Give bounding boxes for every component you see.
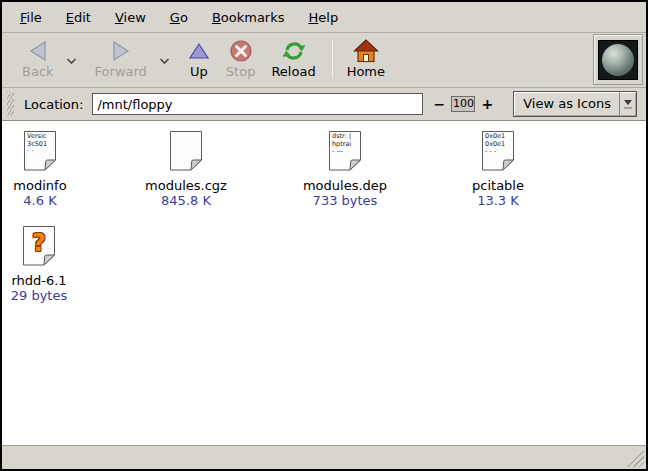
forward-history-dropdown[interactable] [159,53,170,68]
file-name: rhdd-6.1 [0,273,109,288]
file-name: modinfo [0,178,110,193]
throbber-sphere-icon [602,44,634,76]
file-name: pcitable [428,178,568,193]
reload-icon [281,37,307,64]
home-button[interactable]: Home [343,37,389,80]
zoom-level-display: 100 [451,96,475,112]
home-label: Home [347,64,385,80]
forward-button[interactable]: Forward [91,37,151,80]
back-history-dropdown[interactable] [66,53,77,68]
file-name: modules.cgz [116,178,256,193]
file-item-modules-cgz[interactable]: modules.cgz 845.8 K [116,130,256,208]
menu-view[interactable]: View [103,4,158,31]
menu-help[interactable]: Help [297,4,351,31]
file-manager-window: File Edit View Go Bookmarks Help Back Fo… [0,0,648,471]
file-preview: Versic3c501· · [27,133,53,156]
menu-bookmarks[interactable]: Bookmarks [200,4,297,31]
location-label: Location: [24,97,83,112]
file-item-pcitable[interactable]: 0x0e10x0e1- - - pcitable 13.3 K [428,130,568,208]
chevron-down-icon [66,58,77,65]
back-label: Back [22,64,54,80]
view-mode-arrow-box [619,92,636,116]
up-icon [188,37,210,64]
resize-grip-icon[interactable] [627,450,644,467]
file-item-modules-dep[interactable]: dstr: |hptrai- --- modules.dep 733 bytes [275,130,415,208]
document-icon: dstr: |hptrai- --- [328,130,362,171]
file-name: modules.dep [275,178,415,193]
throbber-frame [593,34,643,85]
file-preview: dstr: |hptrai- --- [332,133,358,156]
zoom-in-button[interactable]: + [477,96,497,112]
file-item-rhdd[interactable]: ? rhdd-6.1 29 bytes [0,225,109,303]
file-view: Versic3c501· · modinfo 4.6 K modules.cgz… [2,121,646,446]
stop-icon [229,37,253,64]
toolbar-separator [332,40,333,78]
stop-button[interactable]: Stop [222,37,260,80]
option-menu-bar-icon [624,107,632,109]
unknown-document-icon: ? [22,225,56,266]
menu-file[interactable]: File [8,4,54,31]
menubar: File Edit View Go Bookmarks Help [2,2,646,33]
reload-button[interactable]: Reload [267,37,319,80]
menu-edit[interactable]: Edit [54,4,103,31]
status-bar [2,446,646,469]
chevron-down-icon [624,100,632,105]
menu-go[interactable]: Go [158,4,200,31]
reload-label: Reload [271,64,315,80]
file-item-modinfo[interactable]: Versic3c501· · modinfo 4.6 K [0,130,110,208]
file-size: 845.8 K [116,193,256,208]
location-bar: Location: − 100 + View as Icons [2,88,646,121]
view-mode-select[interactable]: View as Icons [513,91,637,117]
question-mark-icon: ? [22,229,56,257]
back-icon [26,37,50,64]
file-size: 13.3 K [428,193,568,208]
location-input[interactable] [92,93,422,115]
file-size: 4.6 K [0,193,110,208]
file-preview: 0x0e10x0e1- - - [485,133,511,156]
document-icon: Versic3c501· · [23,130,57,171]
zoom-out-button[interactable]: − [430,96,450,112]
document-icon: 0x0e10x0e1- - - [481,130,515,171]
stop-label: Stop [226,64,256,80]
up-button[interactable]: Up [184,37,214,80]
chevron-down-icon [159,58,170,65]
file-size: 733 bytes [275,193,415,208]
file-size: 29 bytes [0,288,109,303]
toolbar-grip[interactable] [7,92,14,116]
throbber-icon [598,40,638,80]
document-icon [169,130,203,171]
view-mode-label: View as Icons [514,92,619,116]
forward-label: Forward [95,64,147,80]
home-icon [353,37,379,64]
up-label: Up [190,64,208,80]
forward-icon [109,37,133,64]
toolbar: Back Forward Up [2,33,646,88]
back-button[interactable]: Back [18,37,58,80]
